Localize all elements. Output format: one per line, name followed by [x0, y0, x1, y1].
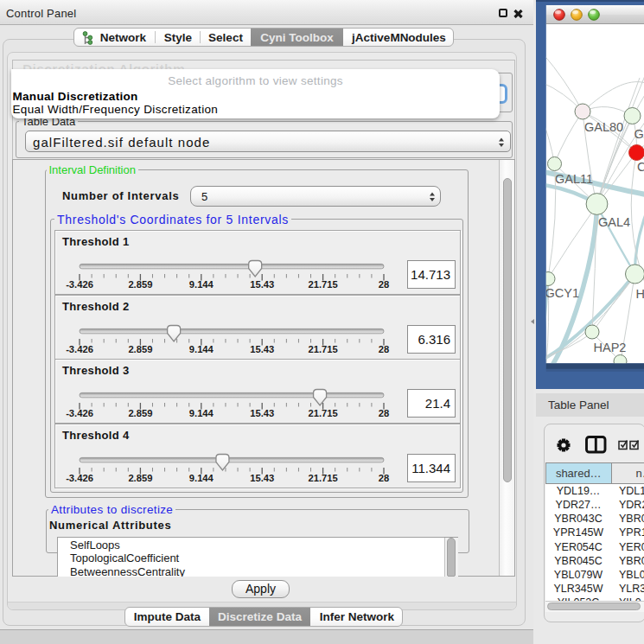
svg-text:2.859: 2.859	[128, 344, 152, 354]
svg-text:GAL4: GAL4	[598, 215, 630, 229]
svg-text:HAP2: HAP2	[594, 341, 627, 354]
svg-text:21.715: 21.715	[308, 279, 337, 290]
svg-text:C: C	[637, 160, 644, 174]
svg-text:21.715: 21.715	[308, 344, 337, 354]
svg-text:28: 28	[379, 344, 389, 354]
svg-text:2.859: 2.859	[128, 408, 152, 418]
svg-text:15.43: 15.43	[250, 473, 274, 483]
svg-text:28: 28	[379, 279, 389, 290]
svg-text:-3.426: -3.426	[66, 344, 93, 354]
svg-text:H: H	[636, 287, 644, 301]
svg-text:2.859: 2.859	[128, 279, 152, 290]
svg-text:15.43: 15.43	[250, 408, 274, 418]
svg-text:2.859: 2.859	[128, 473, 152, 483]
svg-text:-3.426: -3.426	[66, 408, 93, 418]
svg-text:GAL80: GAL80	[584, 120, 623, 134]
svg-text:-3.426: -3.426	[66, 473, 93, 483]
svg-text:15.43: 15.43	[250, 344, 274, 354]
svg-text:21.715: 21.715	[308, 408, 337, 418]
svg-text:28: 28	[379, 408, 389, 418]
svg-text:21.715: 21.715	[308, 473, 337, 483]
svg-text:GA: GA	[634, 127, 644, 141]
svg-text:9.144: 9.144	[189, 279, 214, 290]
svg-text:15.43: 15.43	[250, 279, 274, 290]
svg-text:GAL11: GAL11	[555, 172, 593, 186]
svg-text:-3.426: -3.426	[66, 279, 93, 290]
svg-text:9.144: 9.144	[189, 344, 214, 354]
svg-text:9.144: 9.144	[189, 408, 214, 418]
svg-text:GCY1: GCY1	[545, 286, 580, 300]
svg-text:9.144: 9.144	[189, 473, 214, 483]
svg-text:28: 28	[379, 473, 389, 483]
